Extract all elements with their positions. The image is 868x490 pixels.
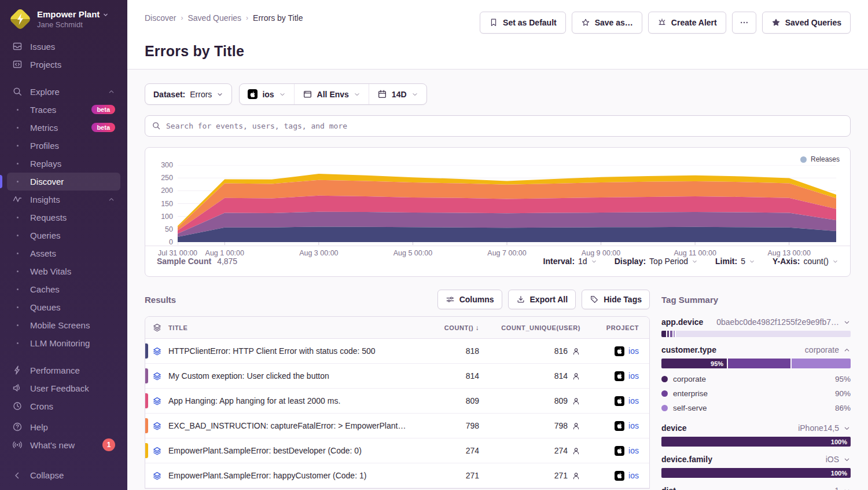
sidebar-item-label: Mobile Screens bbox=[30, 320, 90, 330]
legend-dot-icon bbox=[661, 376, 668, 382]
tag-distribution-bar[interactable]: 95% bbox=[661, 359, 851, 368]
hide-tags-button[interactable]: Hide Tags bbox=[582, 290, 650, 309]
y-tick-label: 100 bbox=[161, 213, 173, 221]
error-title[interactable]: My Custom exeption: User clicked the but… bbox=[168, 371, 415, 381]
sidebar-item-help[interactable]: Help bbox=[7, 418, 120, 436]
tag-key: app.device bbox=[661, 317, 703, 327]
project-cell: ios bbox=[589, 371, 649, 381]
tag-legend-row[interactable]: self-serve86% bbox=[661, 401, 851, 415]
sidebar-item-requests[interactable]: Requests bbox=[7, 209, 120, 226]
project-filter[interactable]: ios bbox=[240, 84, 293, 104]
export-all-button[interactable]: Export All bbox=[508, 290, 576, 309]
tag-sections: app.device0baebc0de4982f1255f2e9e9fb7…cu… bbox=[661, 317, 851, 490]
set-as-default-button[interactable]: Set as Default bbox=[480, 12, 566, 34]
breadcrumb-discover[interactable]: Discover bbox=[145, 13, 176, 23]
sidebar-item-insights[interactable]: Insights bbox=[7, 191, 120, 209]
project-link[interactable]: ios bbox=[628, 471, 639, 480]
sidebar-item-projects[interactable]: Projects bbox=[7, 56, 120, 74]
tag-distribution-bar[interactable] bbox=[661, 331, 851, 337]
bullet-icon bbox=[12, 235, 23, 236]
error-title[interactable]: EmpowerPlant.SampleError: happyCustomer … bbox=[168, 471, 415, 480]
chevron-up-icon[interactable] bbox=[843, 346, 851, 354]
table-row: EXC_BAD_INSTRUCTION: captureFatalError: … bbox=[145, 414, 649, 438]
breadcrumb-separator: › bbox=[181, 14, 183, 22]
tag-top-value: iOS bbox=[717, 455, 839, 464]
sort-desc-icon: ↓ bbox=[475, 324, 479, 332]
sidebar-item-what-s-new[interactable]: What's new1 bbox=[7, 436, 120, 454]
sidebar-item-explore[interactable]: Explore bbox=[7, 83, 120, 101]
stack-icon[interactable] bbox=[145, 371, 168, 381]
create-alert-button[interactable]: Create Alert bbox=[648, 12, 726, 34]
tag-distribution-bar[interactable]: 100% bbox=[661, 437, 851, 447]
project-link[interactable]: ios bbox=[628, 396, 639, 405]
sidebar-item-discover[interactable]: Discover bbox=[7, 173, 120, 191]
sidebar-item-metrics[interactable]: Metricsbeta bbox=[7, 119, 120, 137]
sidebar-item-assets[interactable]: Assets bbox=[7, 244, 120, 262]
sidebar-item-issues[interactable]: Issues bbox=[7, 38, 120, 56]
breadcrumb-saved-queries[interactable]: Saved Queries bbox=[187, 13, 241, 23]
chevron-down-icon bbox=[102, 12, 109, 18]
project-link[interactable]: ios bbox=[628, 346, 639, 356]
sidebar-item-web-vitals[interactable]: Web Vitals bbox=[7, 262, 120, 280]
sidebar-item-crons[interactable]: Crons bbox=[7, 397, 120, 415]
star-icon bbox=[581, 18, 590, 27]
tag-bar-segment: 100% bbox=[661, 437, 851, 447]
chart-legend[interactable]: Releases bbox=[800, 155, 840, 163]
error-title[interactable]: HTTPClientError: HTTP Client Error with … bbox=[168, 346, 415, 356]
stack-icon[interactable] bbox=[145, 446, 168, 456]
tag-distribution-bar[interactable]: 100% bbox=[661, 468, 851, 478]
project-link[interactable]: ios bbox=[628, 421, 639, 430]
col-title[interactable]: TITLE bbox=[168, 324, 415, 331]
user-icon bbox=[572, 372, 580, 381]
save-as--button[interactable]: Save as… bbox=[572, 12, 642, 34]
col-count-unique[interactable]: COUNT_UNIQUE(USER) bbox=[481, 324, 589, 331]
tag-legend-row[interactable]: enterprise90% bbox=[661, 386, 851, 401]
sidebar-collapse-button[interactable]: Collapse bbox=[7, 466, 120, 484]
environment-filter[interactable]: All Envs bbox=[294, 84, 369, 104]
stack-icon[interactable] bbox=[145, 396, 168, 406]
sidebar-item-llm-monitoring[interactable]: LLM Monitoring bbox=[7, 334, 120, 352]
tag-legend-row[interactable]: corporate95% bbox=[661, 372, 851, 386]
columns-button[interactable]: Columns bbox=[437, 290, 502, 309]
org-name: Empower Plant bbox=[37, 9, 100, 20]
apple-icon bbox=[615, 471, 624, 481]
count-value: 814 bbox=[415, 371, 481, 381]
breadcrumb-current: Errors by Title bbox=[253, 13, 303, 23]
table-row: App Hanging: App hanging for at least 20… bbox=[145, 389, 649, 414]
stack-icon[interactable] bbox=[145, 346, 168, 356]
stack-icon[interactable] bbox=[145, 421, 168, 431]
sidebar-item-traces[interactable]: Tracesbeta bbox=[7, 101, 120, 119]
sidebar-item-replays[interactable]: Replays bbox=[7, 155, 120, 173]
sidebar-item-profiles[interactable]: Profiles bbox=[7, 137, 120, 155]
org-switcher[interactable]: Empower Plant Jane Schmidt bbox=[7, 8, 120, 30]
chevron-down-icon[interactable] bbox=[843, 487, 851, 490]
projects-icon bbox=[12, 59, 23, 70]
download-icon bbox=[516, 295, 525, 304]
chevron-down-icon[interactable] bbox=[843, 456, 851, 463]
saved-queries-button[interactable]: Saved Queries bbox=[762, 12, 851, 34]
sidebar-item-label: LLM Monitoring bbox=[30, 338, 90, 348]
error-title[interactable]: App Hanging: App hanging for at least 20… bbox=[168, 396, 415, 405]
sidebar-item-label: Crons bbox=[30, 401, 53, 411]
project-link[interactable]: ios bbox=[628, 371, 639, 381]
sidebar-item-performance[interactable]: Performance bbox=[7, 361, 120, 379]
search-input[interactable] bbox=[145, 115, 851, 137]
chevron-down-icon[interactable] bbox=[843, 425, 851, 432]
error-title[interactable]: EmpowerPlant.SampleError: bestDeveloper … bbox=[168, 446, 415, 455]
date-range-filter[interactable]: 14D bbox=[369, 84, 426, 104]
sidebar-item-mobile-screens[interactable]: Mobile Screens bbox=[7, 316, 120, 334]
col-project[interactable]: PROJECT bbox=[589, 324, 649, 331]
project-link[interactable]: ios bbox=[628, 446, 639, 455]
sidebar-item-queries[interactable]: Queries bbox=[7, 226, 120, 244]
sidebar-item-user-feedback[interactable]: User Feedback bbox=[7, 379, 120, 397]
chevron-down-icon[interactable] bbox=[843, 319, 851, 326]
more-options-button[interactable] bbox=[732, 12, 756, 34]
stack-icon[interactable] bbox=[145, 471, 168, 481]
sidebar-item-label: Web Vitals bbox=[30, 266, 71, 276]
sidebar-item-queues[interactable]: Queues bbox=[7, 298, 120, 316]
dataset-select[interactable]: Dataset: Errors bbox=[145, 83, 232, 105]
count-value: 809 bbox=[415, 396, 481, 405]
error-title[interactable]: EXC_BAD_INSTRUCTION: captureFatalError: … bbox=[168, 421, 415, 430]
sidebar-item-caches[interactable]: Caches bbox=[7, 280, 120, 298]
col-count[interactable]: COUNT()↓ bbox=[415, 324, 481, 332]
